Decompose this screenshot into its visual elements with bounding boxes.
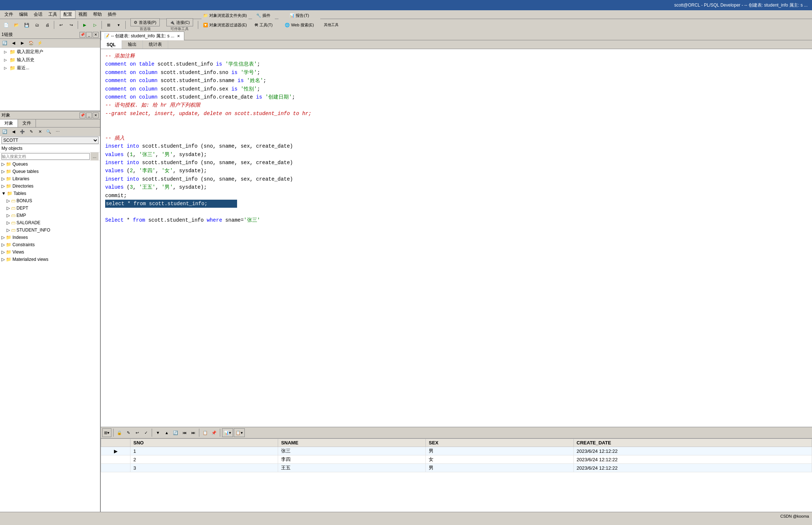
conn-fwd-btn[interactable]: ▶ [18, 39, 26, 47]
tree-directories[interactable]: ▷ 📁 Directories [0, 182, 100, 190]
sub-tab-stats[interactable]: 统计表 [143, 40, 168, 49]
conn-tree-item-history[interactable]: ▷ 📁 输入历史 [0, 56, 100, 64]
obj-browser-filter-btn[interactable]: 🔽 对象浏览器过滤器(E) [202, 20, 248, 30]
res-down-btn[interactable]: ▼ [154, 429, 162, 437]
conn-home-btn[interactable]: 🏠 [27, 39, 35, 47]
tab-object[interactable]: 对象 [0, 119, 18, 127]
obj-search-icon-btn[interactable]: 🔍 [45, 128, 53, 136]
undo-btn[interactable]: ↩ [56, 20, 66, 30]
table-row[interactable]: 3 王五 男 2023/6/24 12:12:22 [101, 464, 812, 472]
debug-btn[interactable]: ▷ [90, 20, 100, 30]
web-search-btn[interactable]: 🌐 Web 搜索(E) [278, 20, 320, 30]
sql-editor[interactable]: -- 添加注释 comment on table scott.student_i… [101, 49, 812, 427]
tree-libraries[interactable]: ▷ 📁 Libraries [0, 175, 100, 182]
save-btn[interactable]: 💾 [22, 20, 32, 30]
tree-table-student-info[interactable]: ▷ 🗃 STUDENT_INFO [0, 226, 100, 234]
obj-delete-btn[interactable]: ✕ [36, 128, 44, 136]
grid-btn[interactable]: ⊞ [104, 20, 113, 30]
new-file-btn[interactable]: 📄 [1, 20, 11, 30]
tree-indexes[interactable]: ▷ 📁 Indexes [0, 234, 100, 241]
res-check-btn[interactable]: ✓ [142, 429, 150, 437]
menu-session[interactable]: 会话 [31, 11, 45, 18]
tree-table-emp[interactable]: ▷ 🗃 EMP [0, 212, 100, 219]
menu-config[interactable]: 配置 [60, 10, 75, 19]
tree-mat-views[interactable]: ▷ 📁 Materialized views [0, 256, 100, 263]
obj-panel-pin-btn[interactable]: 📌 [80, 112, 85, 118]
res-cancel-btn[interactable]: ↩ [133, 429, 141, 437]
conn-panel-min-btn[interactable]: _ [86, 32, 92, 38]
menu-help[interactable]: 帮助 [90, 11, 105, 18]
res-chart-btn[interactable]: 📊▾ [222, 428, 233, 437]
obj-myobjects-row: My objects [0, 144, 100, 152]
tools-btn[interactable]: 🛠 工具(T) [252, 20, 275, 30]
res-table-btn[interactable]: 📋▾ [234, 428, 245, 437]
cell-sname-1: 张三 [278, 447, 426, 455]
conn-connect-btn[interactable]: ⚡ [36, 39, 44, 47]
tree-queues[interactable]: ▷ 📁 Queues [0, 160, 100, 168]
menu-plugins[interactable]: 插件 [105, 11, 119, 18]
results-mode-btn[interactable]: ⊞▾ [102, 428, 111, 437]
res-edit-btn[interactable]: ✎ [124, 429, 132, 437]
tree-queue-tables[interactable]: ▷ 📁 Queue tables [0, 168, 100, 175]
menu-edit[interactable]: 编辑 [16, 11, 31, 18]
res-up-btn[interactable]: ▲ [163, 429, 171, 437]
connect-btn[interactable]: 🔌 连接(C) [166, 18, 193, 26]
res-paste-btn[interactable]: 📌 [210, 429, 218, 437]
sql-line-20 [105, 208, 808, 216]
tree-views[interactable]: ▷ 📁 Views [0, 248, 100, 256]
redo-btn[interactable]: ↪ [66, 20, 76, 30]
sql-line-18: commit; [105, 192, 808, 200]
print-btn[interactable]: 🖨 [43, 20, 52, 30]
conn-panel-close-btn[interactable]: ✕ [93, 32, 99, 38]
cell-sno-2: 2 [130, 455, 278, 464]
editor-tab-main[interactable]: 📝 -- 创建表: student_info 属主: s ... ✕ [101, 32, 184, 40]
conn-back-btn[interactable]: ◀ [10, 39, 18, 47]
schema-select[interactable]: SCOTT [1, 137, 99, 144]
obj-more-btn[interactable]: ⋯ [53, 128, 62, 136]
report-btn[interactable]: 📊 报告(T) [278, 11, 320, 20]
menu-view[interactable]: 视图 [75, 11, 90, 18]
sub-tab-output[interactable]: 输出 [122, 40, 143, 49]
plugins-btn[interactable]: 🔧 插件 [252, 11, 275, 20]
res-last-btn[interactable]: ⏭ [189, 429, 197, 437]
conn-new-btn[interactable]: 🔄 [1, 39, 9, 47]
cell-date-3: 2023/6/24 12:12:22 [573, 464, 812, 472]
open-btn[interactable]: 📂 [12, 20, 21, 30]
obj-back-btn[interactable]: ◀ [10, 128, 18, 136]
obj-refresh-btn[interactable]: 🔄 [1, 128, 9, 136]
preferences-btn[interactable]: ⚙ 首选项(P) [130, 18, 160, 26]
sql-line-7: -- 语句授权. 如: 给 hr 用户下列权限 [105, 101, 808, 109]
obj-panel-min-btn[interactable]: _ [86, 112, 92, 118]
res-refresh-btn[interactable]: 🔄 [171, 429, 180, 437]
cell-sex-1: 男 [426, 447, 573, 455]
tree-constraints[interactable]: ▷ 📁 Constraints [0, 241, 100, 248]
tree-table-salgrade[interactable]: ▷ 🗃 SALGRADE [0, 219, 100, 226]
obj-panel-close-btn[interactable]: ✕ [93, 112, 99, 118]
table-row[interactable]: ▶ 1 张三 男 2023/6/24 12:12:22 [101, 447, 812, 455]
conn-tree-item-recent[interactable]: ▷ 📁 最近... [0, 64, 100, 72]
res-copy-btn[interactable]: 📋 [201, 429, 209, 437]
menu-tools[interactable]: 工具 [45, 11, 60, 18]
obj-search-input[interactable] [1, 153, 90, 160]
res-first-btn[interactable]: ⏮ [180, 429, 188, 437]
obj-browser-folder-btn[interactable]: 📁 对象浏览器文件夹(B) [202, 11, 248, 20]
tab-file[interactable]: 文件 [18, 119, 36, 127]
menu-bar: 文件 编辑 会话 工具 配置 视图 帮助 插件 [0, 10, 812, 19]
sub-tab-sql[interactable]: SQL [101, 40, 122, 49]
obj-search-btn[interactable]: … [91, 152, 99, 160]
conn-panel-pin-btn[interactable]: 📌 [80, 32, 85, 38]
table-row[interactable]: 2 李四 女 2023/6/24 12:12:22 [101, 455, 812, 464]
preferences-group: ⚙ 首选项(P) 首选项 [130, 18, 160, 32]
obj-add-btn[interactable]: ➕ [18, 128, 26, 136]
editor-tab-close[interactable]: ✕ [176, 33, 181, 38]
run-btn[interactable]: ▶ [80, 20, 89, 30]
tree-table-bonus[interactable]: ▷ 🗃 BONUS [0, 197, 100, 204]
tree-table-dept[interactable]: ▷ 🗃 DEPT [0, 204, 100, 212]
save-all-btn[interactable]: 🗂 [32, 20, 42, 30]
menu-file[interactable]: 文件 [1, 11, 16, 18]
more-btn[interactable]: ▾ [114, 20, 123, 30]
obj-edit-btn[interactable]: ✎ [27, 128, 35, 136]
tree-tables[interactable]: ▼ 📁 Tables [0, 190, 100, 197]
conn-tree-item-fixed[interactable]: ▷ 📁 载入固定用户 [0, 48, 100, 56]
res-lock-btn[interactable]: 🔒 [115, 429, 123, 437]
